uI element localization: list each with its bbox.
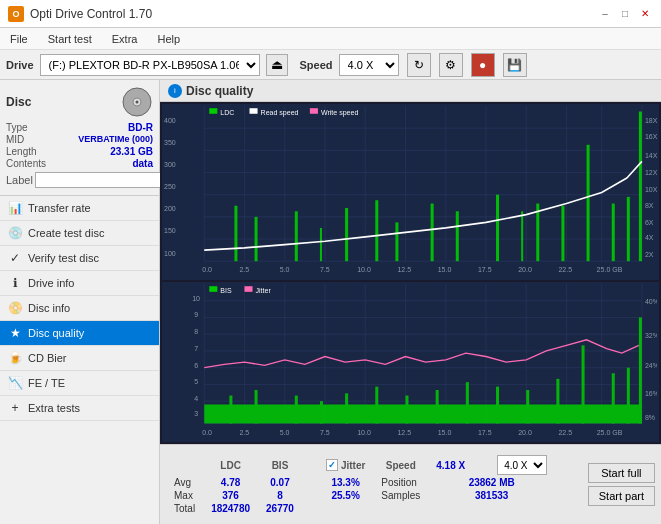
svg-rect-111 [209,286,217,292]
svg-text:20.0: 20.0 [518,265,532,274]
sidebar-item-fe-te[interactable]: 📉FE / TE [0,371,159,396]
start-full-button[interactable]: Start full [588,463,655,483]
close-button[interactable]: ✕ [637,6,653,22]
drive-select[interactable]: (F:) PLEXTOR BD-R PX-LB950SA 1.06 [40,54,260,76]
svg-rect-113 [244,286,252,292]
svg-text:BIS: BIS [220,285,231,294]
color-button[interactable]: ● [471,53,495,77]
stats-table: LDC BIS ✓ Jitter Speed 4.18 X [166,454,580,515]
sidebar-item-cd-bier[interactable]: 🍺CD Bier [0,346,159,371]
bottom-chart-svg: BIS Jitter 10 9 8 7 6 5 4 3 40% 32% 24% [164,284,657,440]
svg-text:25.0 GB: 25.0 GB [597,427,623,436]
save-button[interactable]: 💾 [503,53,527,77]
position-label: Position [373,476,428,489]
menubar: File Start test Extra Help [0,28,661,50]
sidebar-item-disc-quality[interactable]: ★Disc quality [0,321,159,346]
svg-text:15.0: 15.0 [438,427,452,436]
fe-te-icon: 📉 [8,376,22,390]
svg-rect-106 [556,379,559,424]
start-part-button[interactable]: Start part [588,486,655,506]
svg-text:350: 350 [164,137,176,146]
mid-value: VERBATIMe (000) [78,134,153,145]
svg-text:0.0: 0.0 [202,265,212,274]
max-row: Max 376 8 25.5% Samples 381533 [166,489,555,502]
extra-tests-icon: + [8,401,22,415]
titlebar: O Opti Drive Control 1.70 – □ ✕ [0,0,661,28]
svg-text:200: 200 [164,204,176,213]
svg-text:8: 8 [194,327,198,336]
sidebar-item-disc-info[interactable]: 📀Disc info [0,296,159,321]
svg-text:16%: 16% [645,388,657,397]
svg-text:400: 400 [164,115,176,124]
max-label: Max [166,489,203,502]
sidebar-item-drive-info[interactable]: ℹDrive info [0,271,159,296]
sidebar: Disc Type BD-R MID VERBATIMe (000) Lengt… [0,80,160,524]
drive-label: Drive [6,59,34,71]
disc-info-label: Disc info [28,302,70,314]
samples-value: 381533 [428,489,555,502]
extra-tests-label: Extra tests [28,402,80,414]
svg-text:40%: 40% [645,297,657,306]
svg-text:22.5: 22.5 [558,427,572,436]
settings-button[interactable]: ⚙ [439,53,463,77]
total-label: Total [166,502,203,515]
svg-rect-107 [582,345,585,423]
max-ldc: 376 [203,489,258,502]
svg-rect-39 [639,112,642,262]
svg-rect-99 [345,393,348,423]
svg-rect-44 [310,108,318,114]
refresh-button[interactable]: ↻ [407,53,431,77]
disc-label-input[interactable] [35,172,168,188]
svg-text:4: 4 [194,394,198,403]
total-ldc: 1824780 [203,502,258,515]
svg-rect-96 [255,390,258,423]
menu-start-test[interactable]: Start test [42,31,98,47]
svg-rect-109 [627,367,630,423]
drive-info-icon: ℹ [8,276,22,290]
sidebar-item-transfer-rate[interactable]: 📊Transfer rate [0,196,159,221]
sidebar-item-verify-test-disc[interactable]: ✓Verify test disc [0,246,159,271]
svg-text:Read speed: Read speed [261,108,299,117]
svg-rect-100 [375,386,378,423]
create-test-disc-label: Create test disc [28,227,104,239]
minimize-button[interactable]: – [597,6,613,22]
svg-text:24%: 24% [645,360,657,369]
menu-extra[interactable]: Extra [106,31,144,47]
svg-text:7.5: 7.5 [320,427,330,436]
avg-row: Avg 4.78 0.07 13.3% Position 23862 MB [166,476,555,489]
svg-text:2.5: 2.5 [239,265,249,274]
svg-rect-29 [395,222,398,261]
svg-text:4X: 4X [645,233,654,242]
avg-ldc: 4.78 [203,476,258,489]
svg-text:6: 6 [194,360,198,369]
svg-text:12.5: 12.5 [397,427,411,436]
speed-select[interactable]: 4.0 X [339,54,399,76]
jitter-checkbox[interactable]: ✓ [326,459,338,471]
svg-text:12.5: 12.5 [397,265,411,274]
svg-text:100: 100 [164,248,176,257]
svg-rect-3 [164,106,657,278]
menu-help[interactable]: Help [151,31,186,47]
svg-text:250: 250 [164,182,176,191]
svg-rect-25 [295,211,298,261]
sidebar-item-extra-tests[interactable]: +Extra tests [0,396,159,421]
svg-text:0.0: 0.0 [202,427,212,436]
svg-rect-26 [320,228,322,261]
svg-text:5.0: 5.0 [280,427,290,436]
contents-value: data [132,158,153,169]
menu-file[interactable]: File [4,31,34,47]
nav-list: 📊Transfer rate💿Create test disc✓Verify t… [0,196,159,421]
jitter-label: Jitter [341,460,365,471]
svg-text:32%: 32% [645,330,657,339]
svg-text:16X: 16X [645,132,657,141]
svg-rect-31 [456,211,459,261]
svg-text:2X: 2X [645,249,654,258]
svg-rect-110 [639,317,642,423]
speed-select-stats[interactable]: 4.0 X [497,455,547,475]
eject-button[interactable]: ⏏ [266,54,288,76]
svg-rect-105 [526,390,529,423]
svg-text:10.0: 10.0 [357,427,371,436]
samples-label: Samples [373,489,428,502]
maximize-button[interactable]: □ [617,6,633,22]
sidebar-item-create-test-disc[interactable]: 💿Create test disc [0,221,159,246]
